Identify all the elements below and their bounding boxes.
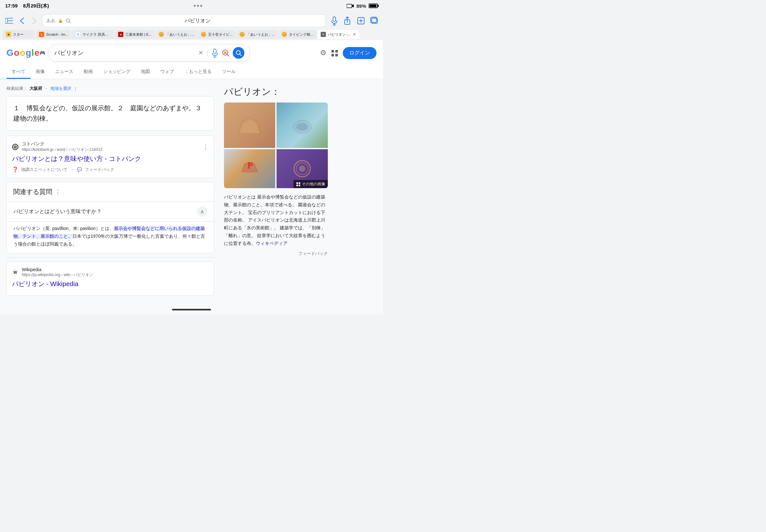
- divider: |: [206, 49, 208, 57]
- tab-favicon-scratch: S: [39, 32, 44, 37]
- svg-line-7: [69, 22, 70, 23]
- snippet-feedback: ❓ 強調スニペットについて ・ 💬 フィードバック: [12, 166, 209, 173]
- kotobank-menu-button[interactable]: ⋮: [203, 143, 209, 151]
- tab-close-pavilion[interactable]: ✕: [353, 32, 356, 37]
- side-image-1[interactable]: [224, 103, 275, 148]
- doodle-icon: 🎮: [40, 50, 45, 55]
- apps-grid-button[interactable]: [331, 49, 338, 57]
- wiki-title-link[interactable]: パビリオン - Wikipedia: [12, 280, 209, 288]
- tab-aiueo1[interactable]: 😊 「あいうえお」...: [155, 30, 197, 39]
- nav-more[interactable]: ：もっと見る: [179, 66, 217, 79]
- nav-video[interactable]: 動画: [79, 66, 98, 79]
- svg-marker-1: [352, 4, 354, 7]
- rq-menu-button[interactable]: ⋮: [55, 188, 61, 196]
- kotobank-site-name: コトバンク: [22, 141, 200, 147]
- side-panel: パビリオン：: [224, 86, 328, 300]
- tabs-button[interactable]: [370, 16, 379, 25]
- search-submit-button[interactable]: [233, 47, 244, 59]
- tab-title-typing: タイピング検...: [289, 32, 313, 37]
- svg-point-35: [296, 123, 308, 131]
- tab-title-minecraft: マイクラ 防具・...: [82, 32, 111, 37]
- wikipedia-link[interactable]: ウィキペディア: [256, 241, 287, 246]
- tab-star[interactable]: ★ スター: [3, 30, 35, 39]
- tab-pavilion[interactable]: ✕ パビリオン -... ✕: [317, 30, 359, 39]
- nav-maps[interactable]: 地図: [136, 66, 155, 79]
- nav-web[interactable]: ウェブ: [155, 66, 179, 79]
- tab-typing[interactable]: 😊 タイピング検...: [278, 30, 316, 39]
- search-query-text: パビリオン: [73, 18, 322, 24]
- tab-google-minecraft[interactable]: G マイクラ 防具・...: [72, 30, 114, 39]
- svg-rect-31: [335, 54, 338, 56]
- address-bar[interactable]: ああ 🔒 パビリオン: [42, 14, 326, 27]
- nav-tools[interactable]: ツール: [217, 66, 241, 79]
- divider: [6, 257, 214, 258]
- select-region-link[interactable]: 地域を選択: [50, 86, 71, 91]
- wikipedia-result: W Wikipedia https://ja.wikipedia.org › w…: [6, 261, 214, 296]
- svg-rect-17: [213, 49, 216, 54]
- tab-aiueo2[interactable]: 😊 「あいうえお」...: [236, 30, 278, 39]
- side-description: パビリオンとは 展示会や博覧会などの仮設の建築物、展示館のこと。本項で述べる。 …: [224, 193, 328, 248]
- sidebar-toggle-button[interactable]: [4, 16, 14, 26]
- kotobank-url: https://kotobank.jp › word › パビリオン-11601…: [22, 147, 200, 152]
- svg-rect-29: [335, 50, 338, 53]
- tab-title-scratch: Scratch - Im...: [46, 32, 68, 36]
- login-button[interactable]: ログイン: [343, 47, 376, 59]
- share-button[interactable]: [343, 16, 352, 25]
- tab-mitsubishi[interactable]: ♦ 三菱未来館 | E...: [115, 30, 154, 39]
- forward-button[interactable]: [30, 16, 39, 25]
- search-lens-icon[interactable]: [222, 49, 229, 57]
- wiki-url: https://ja.wikipedia.org › wiki › パビリオン: [22, 272, 209, 278]
- svg-point-40: [299, 165, 305, 172]
- nav-news[interactable]: ニュース: [50, 66, 79, 79]
- nav-shopping[interactable]: ショッピング: [98, 66, 136, 79]
- side-feedback[interactable]: フィードバック: [224, 251, 328, 257]
- feedback-text: フィードバック: [85, 167, 114, 173]
- search-input-value: パビリオン: [54, 49, 195, 57]
- address-aa-text: ああ: [46, 18, 55, 24]
- rq-title: 関連する質問: [13, 187, 52, 196]
- svg-rect-28: [331, 50, 334, 53]
- search-clear-button[interactable]: ✕: [198, 49, 203, 56]
- kotobank-favicon: ©: [12, 144, 18, 150]
- more-images-overlay[interactable]: その他の画像: [293, 180, 328, 188]
- toolbar-actions: [343, 16, 379, 25]
- snippet-about-text: 強調スニペットについて: [21, 167, 67, 173]
- nav-images[interactable]: 画像: [30, 66, 50, 79]
- side-image-4[interactable]: その他の画像: [276, 149, 328, 188]
- kotobank-title-link[interactable]: パビリオンとは？意味や使い方 - コトバンク: [12, 154, 209, 163]
- svg-rect-37: [248, 162, 253, 166]
- svg-rect-43: [296, 185, 298, 186]
- search-meta-menu[interactable]: ⋮: [73, 86, 78, 91]
- nav-all[interactable]: すべて: [6, 66, 30, 79]
- svg-line-27: [240, 54, 241, 55]
- wiki-site-name: Wikipedia: [22, 267, 209, 272]
- bottom-area: [0, 306, 383, 314]
- search-mic-icon[interactable]: [211, 48, 218, 57]
- back-button[interactable]: [18, 16, 27, 25]
- settings-button[interactable]: ⚙: [320, 49, 326, 57]
- microphone-button[interactable]: [329, 16, 339, 26]
- wiki-site-info: Wikipedia https://ja.wikipedia.org › wik…: [22, 267, 209, 278]
- search-box[interactable]: パビリオン ✕ |: [49, 44, 250, 62]
- tab-title-aiueo2: 「あいうえお」...: [247, 32, 274, 37]
- side-image-3[interactable]: [224, 149, 275, 188]
- tab-title-aiueo1: 「あいうえお」...: [166, 32, 194, 37]
- home-indicator: [172, 309, 211, 310]
- svg-rect-0: [346, 4, 352, 8]
- rq-chevron-1: ∧: [197, 206, 207, 217]
- search-nav: すべて 画像 ニュース 動画 ショッピング 地図 ウェブ ：もっと見る ツール: [6, 66, 376, 79]
- main-results: 検索結果： 大阪府 ・ 地域を選択 ⋮ １ 博覧会などの、仮設の展示館。２ 庭園…: [6, 86, 214, 300]
- tab-gojuon[interactable]: 😊 五十音タイビ...: [198, 30, 236, 39]
- tab-title-star: スター: [13, 32, 24, 37]
- svg-rect-41: [296, 182, 298, 184]
- svg-rect-42: [298, 182, 300, 184]
- rq-question-1: パピリオンとはどういう意味ですか？: [13, 208, 102, 215]
- rq-item-1[interactable]: パピリオンとはどういう意味ですか？ ∧: [7, 201, 214, 221]
- status-bar: 17:59 8月29日(木) 89%: [0, 0, 383, 12]
- side-image-2[interactable]: [276, 103, 328, 148]
- tab-scratch[interactable]: S Scratch - Im...: [36, 30, 71, 39]
- status-time-date: 17:59 8月29日(木): [5, 3, 49, 9]
- new-tab-button[interactable]: [356, 16, 365, 25]
- google-logo: Google 🎮: [6, 48, 45, 58]
- related-questions: 関連する質問 ⋮ パピリオンとはどういう意味ですか？ ∧ パパビリオン（英: p…: [6, 182, 214, 253]
